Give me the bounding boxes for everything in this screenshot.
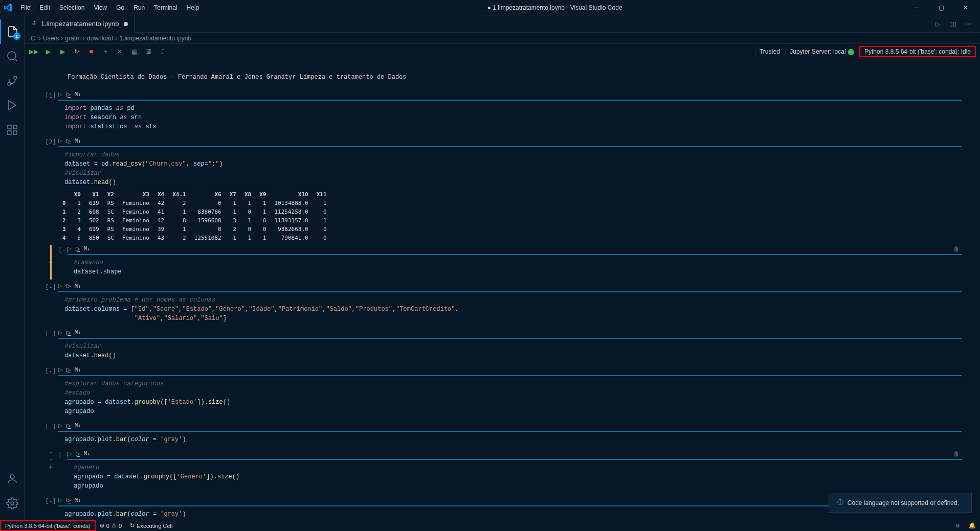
status-kernel[interactable]: Python 3.8.5 64-bit ('base': conda) <box>0 520 96 531</box>
code-cell[interactable]: [2] ▷ ▷̲ M↓ #importar dados dataset = pd… <box>43 137 962 242</box>
run-cell-button-icon[interactable]: ▷ <box>58 91 62 98</box>
run-by-line-button-icon[interactable]: ▷̲ <box>66 91 71 98</box>
status-notifications-icon[interactable]: 🔔 <box>965 522 980 529</box>
cell-code[interactable]: #importar dados dataset = pd.read_csv("C… <box>58 147 962 190</box>
code-cell-focused[interactable]: ⌃ ⌄ ＋ [-] ▷ ▷̲ M↓ 🗑 #tamanho dataset.sha… <box>43 245 962 280</box>
execution-count: [1] <box>43 91 58 134</box>
run-by-line-button-icon[interactable]: ▷̲ <box>66 283 71 289</box>
run-cell-icon[interactable]: ▶ <box>43 47 53 57</box>
code-cell[interactable]: [1] ▷ ▷̲ M↓ import pandas as pd import s… <box>43 91 962 134</box>
breadcrumbs[interactable]: C:› Users› grafm› download› 1.limpezatra… <box>25 33 980 44</box>
search-icon[interactable] <box>0 44 25 68</box>
notebook-body[interactable]: Formação Cientista de Dados - Fernando A… <box>25 59 980 520</box>
cell-lang-label[interactable]: M↓ <box>84 451 90 456</box>
menu-edit[interactable]: Edit <box>35 2 54 13</box>
cell-lang-label[interactable]: M↓ <box>75 138 81 144</box>
run-cell-button-icon[interactable]: ▷ <box>68 245 72 252</box>
cell-code[interactable]: #primeiro problema é dar nomes as coluna… <box>58 292 962 326</box>
menu-terminal[interactable]: Terminal <box>150 2 181 13</box>
menu-go[interactable]: Go <box>112 2 128 13</box>
notebook-toolbar: ▶▶ ▶ ▶̲ ↻ ■ ＋ ✕ ▦ 🖫 ⤴ Trusted Jupyter Se… <box>25 44 980 59</box>
run-all-tab-icon[interactable]: ▷ <box>932 18 943 30</box>
menu-selection[interactable]: Selection <box>55 2 88 13</box>
run-by-line-button-icon[interactable]: ▷̲ <box>66 422 71 429</box>
run-by-line-button-icon[interactable]: ▷̲ <box>76 245 80 252</box>
jupyter-server-status[interactable]: Jupyter Server: local ⬤ <box>785 47 858 56</box>
interrupt-kernel-icon[interactable]: ■ <box>86 47 96 57</box>
menu-view[interactable]: View <box>90 2 111 13</box>
status-executing[interactable]: ↻ Executing Cell <box>126 520 176 531</box>
run-cell-button-icon[interactable]: ▷ <box>68 450 72 457</box>
delete-cell-icon[interactable]: 🗑 <box>953 450 960 457</box>
more-actions-icon[interactable]: ⋯ <box>963 18 974 30</box>
status-problems[interactable]: ⊗0 ⚠0 <box>96 520 126 531</box>
breadcrumb-seg[interactable]: grafm <box>65 35 81 42</box>
run-debug-icon[interactable] <box>0 93 25 118</box>
run-by-line-button-icon[interactable]: ▷̲ <box>66 497 71 503</box>
export-icon[interactable]: ⤴ <box>158 47 168 57</box>
code-cell[interactable]: [-] ▷ ▷̲ M↓ #primeiro problema é dar nom… <box>43 283 962 326</box>
split-editor-icon[interactable]: ▯▯ <box>947 18 959 30</box>
status-feedback-icon[interactable]: ☺ <box>951 522 965 528</box>
menu-file[interactable]: File <box>16 2 34 13</box>
trusted-status[interactable]: Trusted <box>755 47 784 56</box>
run-cell-button-icon[interactable]: ▷ <box>58 422 62 429</box>
cell-code[interactable]: #tamanho dataset.shape <box>68 255 962 280</box>
run-cell-button-icon[interactable]: ▷ <box>58 366 62 373</box>
cell-code[interactable]: #genero agrupado = dataset.groupby(['Gen… <box>68 460 962 494</box>
markdown-cell[interactable]: Formação Cientista de Dados - Fernando A… <box>43 70 962 85</box>
breadcrumb-seg[interactable]: 1.limpezatratamento.ipynb <box>119 35 191 42</box>
run-by-line-button-icon[interactable]: ▷̲ <box>76 450 80 457</box>
breadcrumb-seg[interactable]: C: <box>31 35 37 42</box>
maximize-button[interactable]: ▢ <box>931 1 951 15</box>
run-cell-button-icon[interactable]: ▷ <box>58 329 62 336</box>
source-control-icon[interactable] <box>0 68 25 93</box>
run-by-line-button-icon[interactable]: ▷̲ <box>66 366 71 373</box>
cell-lang-label[interactable]: M↓ <box>75 283 81 289</box>
cell-lang-label[interactable]: M↓ <box>75 497 81 503</box>
close-button[interactable]: ✕ <box>955 1 976 15</box>
code-cell[interactable]: [-] ▷ ▷̲ M↓ agrupado.plot.bar(color = 'g… <box>43 422 962 447</box>
breadcrumb-seg[interactable]: download <box>87 35 113 42</box>
run-all-icon[interactable]: ▶▶ <box>29 47 39 57</box>
run-cell-button-icon[interactable]: ▷ <box>58 497 62 503</box>
run-by-line-button-icon[interactable]: ▷̲ <box>66 329 71 336</box>
cell-lang-label[interactable]: M↓ <box>75 330 81 335</box>
cell-code[interactable]: import pandas as pd import seaborn as sr… <box>58 101 962 134</box>
restart-kernel-icon[interactable]: ↻ <box>72 47 82 57</box>
save-icon[interactable]: 🖫 <box>143 47 153 57</box>
accounts-icon[interactable] <box>0 467 25 491</box>
cell-code[interactable]: agrupado.plot.bar(color = 'gray') <box>58 432 962 447</box>
cell-lang-label[interactable]: M↓ <box>75 367 81 373</box>
breadcrumb-seg[interactable]: Users <box>43 35 59 42</box>
cell-lang-label[interactable]: M↓ <box>84 246 90 251</box>
explorer-icon[interactable]: 1 <box>0 19 25 44</box>
notification-toast[interactable]: ⓘ Code language not supported or defined… <box>829 493 972 513</box>
cell-lang-label[interactable]: M↓ <box>75 423 81 428</box>
run-by-line-button-icon[interactable]: ▷̲ <box>66 137 71 144</box>
cell-code[interactable]: agrupado.plot.bar(color = 'gray') <box>58 506 962 520</box>
settings-gear-icon[interactable] <box>0 491 25 516</box>
code-cell[interactable]: [-] ▷ ▷̲ M↓ agrupado.plot.bar(color = 'g… <box>43 497 962 520</box>
tab-notebook[interactable]: 1.limpezatratamento.ipynb <box>25 15 135 33</box>
clear-outputs-icon[interactable]: ✕ <box>115 47 125 57</box>
cell-lang-label[interactable]: M↓ <box>75 91 81 97</box>
add-cell-icon[interactable]: ＋ <box>100 47 110 57</box>
extensions-icon[interactable] <box>0 118 25 142</box>
chevron-down-icon[interactable]: ⌄ <box>49 456 53 461</box>
minimize-button[interactable]: ─ <box>906 1 927 15</box>
code-cell[interactable]: [-] ▷ ▷̲ M↓ #visulizar dataset.head() <box>43 329 962 363</box>
run-cell-button-icon[interactable]: ▷ <box>58 137 62 144</box>
run-cell-button-icon[interactable]: ▷ <box>58 283 62 289</box>
delete-cell-icon[interactable]: 🗑 <box>953 245 960 252</box>
menu-run[interactable]: Run <box>129 2 149 13</box>
code-cell[interactable]: ⌃ ⌄ ＋ [-] ▷ ▷̲ M↓ 🗑 #genero agrupado = d… <box>43 450 962 494</box>
menu-help[interactable]: Help <box>183 2 204 13</box>
cell-code[interactable]: #explorar dados categoricos #estado agru… <box>58 376 962 419</box>
code-cell[interactable]: [-] ▷ ▷̲ M↓ #explorar dados categoricos … <box>43 366 962 419</box>
run-by-line-icon[interactable]: ▶̲ <box>57 47 68 57</box>
kernel-status[interactable]: Python 3.8.5 64-bit ('base': conda): Idl… <box>859 46 976 57</box>
cell-code[interactable]: #visulizar dataset.head() <box>58 339 962 363</box>
add-cell-below-icon[interactable]: ＋ <box>47 463 54 472</box>
variables-icon[interactable]: ▦ <box>129 47 139 57</box>
